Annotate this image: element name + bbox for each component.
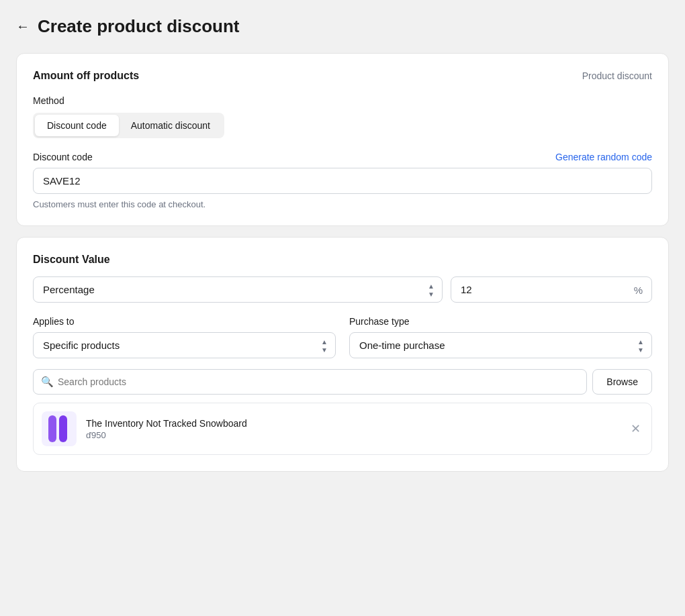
amount-off-card: Amount off products Product discount Met…: [16, 53, 669, 226]
search-wrapper: 🔍: [33, 369, 587, 395]
remove-product-button[interactable]: ✕: [628, 419, 643, 439]
discount-amount-wrapper: %: [451, 276, 652, 303]
method-label: Method: [33, 95, 652, 106]
purchase-type-section: Purchase type One-time purchase Subscrip…: [349, 316, 652, 358]
search-row: 🔍 Browse: [33, 369, 652, 395]
svg-rect-0: [48, 415, 56, 442]
applies-to-select[interactable]: Specific products All products Specific …: [33, 332, 336, 358]
method-toggle: Discount code Automatic discount: [33, 113, 224, 138]
back-button[interactable]: ←: [16, 19, 30, 34]
applies-to-section: Applies to Specific products All product…: [33, 316, 336, 358]
discount-code-input[interactable]: [33, 168, 652, 194]
applies-to-label: Applies to: [33, 316, 336, 327]
amount-off-title: Amount off products: [33, 70, 139, 82]
discount-value-title: Discount Value: [33, 254, 652, 266]
product-info: The Inventory Not Tracked Snowboard ď950: [86, 418, 619, 440]
automatic-discount-button[interactable]: Automatic discount: [119, 115, 222, 136]
page-title: Create product discount: [38, 16, 239, 37]
product-name: The Inventory Not Tracked Snowboard: [86, 418, 619, 429]
discount-code-label: Discount code: [33, 152, 93, 162]
svg-rect-1: [59, 415, 67, 442]
generate-random-code-link[interactable]: Generate random code: [555, 152, 652, 162]
product-discount-badge: Product discount: [582, 70, 652, 81]
product-price: ď950: [86, 430, 619, 440]
product-item: The Inventory Not Tracked Snowboard ď950…: [33, 403, 652, 455]
applies-purchase-row: Applies to Specific products All product…: [33, 316, 652, 358]
discount-code-hint: Customers must enter this code at checko…: [33, 199, 652, 209]
discount-value-card: Discount Value Percentage Fixed amount ▲…: [16, 237, 669, 472]
purchase-type-select[interactable]: One-time purchase Subscription Both: [349, 332, 652, 358]
discount-value-row: Percentage Fixed amount ▲ ▼ %: [33, 276, 652, 303]
applies-to-wrapper: Specific products All products Specific …: [33, 332, 336, 358]
product-image: [42, 411, 77, 446]
discount-code-button[interactable]: Discount code: [35, 115, 119, 136]
search-products-input[interactable]: [33, 369, 587, 395]
browse-button[interactable]: Browse: [592, 369, 652, 395]
page-header: ← Create product discount: [16, 16, 669, 37]
purchase-type-wrapper: One-time purchase Subscription Both ▲ ▼: [349, 332, 652, 358]
discount-type-wrapper: Percentage Fixed amount ▲ ▼: [33, 276, 443, 303]
discount-amount-input[interactable]: [451, 276, 652, 303]
discount-type-select[interactable]: Percentage Fixed amount: [33, 276, 443, 303]
discount-code-field-row: Discount code Generate random code: [33, 152, 652, 162]
purchase-type-label: Purchase type: [349, 316, 652, 327]
search-icon: 🔍: [41, 376, 54, 388]
card-header: Amount off products Product discount: [33, 70, 652, 82]
